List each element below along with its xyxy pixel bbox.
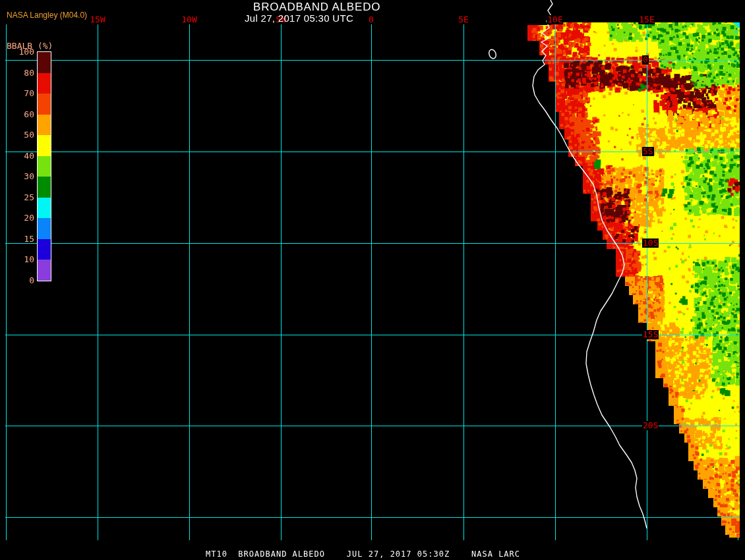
colorbar-tick-15: 15: [8, 235, 34, 244]
colorbar-tick-100: 100: [8, 47, 34, 57]
colorbar-band-0: [38, 52, 51, 73]
colorbar-tick-30: 30: [8, 172, 34, 181]
timestamp-subtitle: Jul 27, 2017 05:30 UTC: [245, 13, 353, 24]
footer-caption: MT10 BROADBAND ALBEDO JUL 27, 2017 05:30…: [206, 549, 520, 559]
lon-label-15W: 15W: [89, 15, 105, 24]
colorbar-band-3: [38, 115, 51, 136]
lat-label-10S: 10S: [642, 238, 659, 248]
colorbar-tick-10: 10: [8, 255, 34, 264]
albedo-product-screen: NASA Langley (M04.0) BROADBAND ALBEDO Ju…: [0, 0, 745, 560]
lon-label-15E: 15E: [638, 15, 655, 24]
colorbar-band-5: [38, 156, 51, 177]
colorbar-tick-70: 70: [8, 89, 34, 98]
albedo-map-canvas: [0, 0, 745, 560]
lat-label-15S: 15S: [642, 330, 659, 339]
lon-label-10E: 10E: [547, 15, 563, 24]
colorbar-band-2: [38, 94, 51, 115]
lat-label-5S: 5S: [642, 147, 654, 156]
colorbar-tick-40: 40: [8, 152, 34, 161]
lon-label-5E: 5E: [458, 15, 469, 24]
colorbar-tick-80: 80: [8, 69, 34, 78]
colorbar-band-9: [38, 239, 51, 260]
lon-label-0: 0: [368, 15, 374, 24]
colorbar-tick-25: 25: [8, 193, 34, 202]
colorbar-band-8: [38, 218, 51, 239]
colorbar: [37, 51, 51, 281]
lat-label-0: 0: [642, 55, 649, 65]
credit-text: NASA Langley (M04.0): [7, 11, 87, 20]
colorbar-band-10: [38, 260, 51, 281]
lon-label-10W: 10W: [181, 15, 197, 24]
colorbar-tick-0: 0: [8, 276, 34, 285]
colorbar-band-6: [38, 177, 51, 198]
colorbar-band-1: [38, 73, 51, 94]
colorbar-band-4: [38, 135, 51, 156]
colorbar-tick-60: 60: [8, 110, 34, 119]
colorbar-tick-50: 50: [8, 130, 34, 140]
colorbar-band-7: [38, 198, 51, 219]
colorbar-tick-20: 20: [8, 213, 34, 223]
page-title: BROADBAND ALBEDO: [253, 1, 380, 14]
lat-label-20S: 20S: [642, 421, 659, 430]
